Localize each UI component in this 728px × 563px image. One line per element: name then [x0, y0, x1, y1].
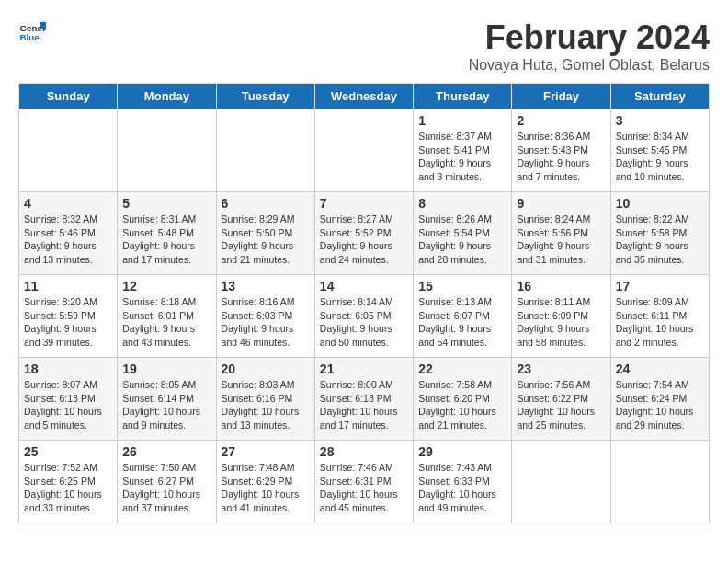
day-number: 16 [517, 279, 605, 293]
day-number: 11 [24, 279, 112, 293]
table-row: 27Sunrise: 7:48 AM Sunset: 6:29 PM Dayli… [216, 441, 314, 523]
day-info: Sunrise: 7:54 AM Sunset: 6:24 PM Dayligh… [616, 378, 704, 432]
svg-text:Blue: Blue [20, 32, 40, 42]
day-number: 14 [320, 279, 408, 293]
day-info: Sunrise: 8:05 AM Sunset: 6:14 PM Dayligh… [122, 378, 210, 432]
table-row: 16Sunrise: 8:11 AM Sunset: 6:09 PM Dayli… [512, 275, 610, 358]
day-info: Sunrise: 8:14 AM Sunset: 6:05 PM Dayligh… [320, 295, 408, 350]
table-row: 14Sunrise: 8:14 AM Sunset: 6:05 PM Dayli… [314, 275, 413, 358]
day-info: Sunrise: 8:26 AM Sunset: 5:54 PM Dayligh… [418, 213, 506, 267]
table-row: 22Sunrise: 7:58 AM Sunset: 6:20 PM Dayli… [414, 358, 512, 441]
day-number: 13 [222, 279, 310, 293]
day-info: Sunrise: 8:36 AM Sunset: 5:43 PM Dayligh… [517, 130, 605, 184]
table-row: 29Sunrise: 7:43 AM Sunset: 6:33 PM Dayli… [414, 441, 512, 523]
calendar-row: 1Sunrise: 8:37 AM Sunset: 5:41 PM Daylig… [19, 109, 710, 192]
day-info: Sunrise: 7:52 AM Sunset: 6:25 PM Dayligh… [24, 461, 112, 515]
header-tuesday: Tuesday [216, 84, 314, 109]
table-row: 21Sunrise: 8:00 AM Sunset: 6:18 PM Dayli… [314, 358, 413, 441]
day-number: 27 [222, 444, 310, 459]
subtitle: Novaya Huta, Gomel Oblast, Belarus [469, 57, 710, 74]
logo: General Blue [18, 18, 46, 46]
calendar-row: 11Sunrise: 8:20 AM Sunset: 5:59 PM Dayli… [19, 275, 710, 358]
table-row: 8Sunrise: 8:26 AM Sunset: 5:54 PM Daylig… [414, 192, 512, 275]
day-number: 29 [418, 444, 506, 459]
table-row [512, 441, 610, 523]
calendar-table: Sunday Monday Tuesday Wednesday Thursday… [18, 83, 710, 523]
day-info: Sunrise: 8:03 AM Sunset: 6:16 PM Dayligh… [222, 378, 310, 432]
day-number: 8 [418, 196, 506, 211]
day-number: 28 [320, 444, 408, 459]
table-row: 20Sunrise: 8:03 AM Sunset: 6:16 PM Dayli… [216, 358, 314, 441]
table-row [610, 441, 709, 523]
day-number: 25 [24, 444, 112, 459]
table-row: 7Sunrise: 8:27 AM Sunset: 5:52 PM Daylig… [314, 192, 413, 275]
table-row: 19Sunrise: 8:05 AM Sunset: 6:14 PM Dayli… [118, 358, 216, 441]
day-info: Sunrise: 8:13 AM Sunset: 6:07 PM Dayligh… [418, 295, 506, 350]
day-info: Sunrise: 7:43 AM Sunset: 6:33 PM Dayligh… [418, 461, 506, 515]
day-info: Sunrise: 8:00 AM Sunset: 6:18 PM Dayligh… [320, 378, 408, 432]
table-row [19, 109, 118, 192]
day-number: 4 [24, 196, 112, 211]
main-title: February 2024 [469, 18, 710, 57]
day-info: Sunrise: 8:27 AM Sunset: 5:52 PM Dayligh… [320, 213, 408, 267]
table-row: 10Sunrise: 8:22 AM Sunset: 5:58 PM Dayli… [610, 192, 709, 275]
day-info: Sunrise: 8:31 AM Sunset: 5:48 PM Dayligh… [122, 213, 210, 267]
table-row: 9Sunrise: 8:24 AM Sunset: 5:56 PM Daylig… [512, 192, 610, 275]
day-info: Sunrise: 8:22 AM Sunset: 5:58 PM Dayligh… [616, 213, 704, 267]
day-info: Sunrise: 8:32 AM Sunset: 5:46 PM Dayligh… [24, 213, 112, 267]
table-row: 13Sunrise: 8:16 AM Sunset: 6:03 PM Dayli… [216, 275, 314, 358]
calendar-body: 1Sunrise: 8:37 AM Sunset: 5:41 PM Daylig… [19, 109, 710, 523]
day-number: 17 [616, 279, 704, 293]
day-info: Sunrise: 8:37 AM Sunset: 5:41 PM Dayligh… [418, 130, 506, 184]
day-number: 21 [320, 362, 408, 376]
day-info: Sunrise: 8:18 AM Sunset: 6:01 PM Dayligh… [122, 295, 210, 350]
table-row: 17Sunrise: 8:09 AM Sunset: 6:11 PM Dayli… [610, 275, 709, 358]
day-info: Sunrise: 7:48 AM Sunset: 6:29 PM Dayligh… [222, 461, 310, 515]
table-row: 15Sunrise: 8:13 AM Sunset: 6:07 PM Dayli… [414, 275, 512, 358]
day-number: 9 [517, 196, 605, 211]
day-info: Sunrise: 8:29 AM Sunset: 5:50 PM Dayligh… [222, 213, 310, 267]
day-number: 3 [616, 113, 704, 128]
day-info: Sunrise: 7:46 AM Sunset: 6:31 PM Dayligh… [320, 461, 408, 515]
table-row [314, 109, 413, 192]
day-number: 24 [616, 362, 704, 376]
calendar-row: 18Sunrise: 8:07 AM Sunset: 6:13 PM Dayli… [19, 358, 710, 441]
day-number: 22 [418, 362, 506, 376]
calendar-header: Sunday Monday Tuesday Wednesday Thursday… [19, 84, 710, 109]
day-info: Sunrise: 8:09 AM Sunset: 6:11 PM Dayligh… [616, 295, 704, 350]
page-header: General Blue February 2024 Novaya Huta, … [18, 18, 710, 74]
day-info: Sunrise: 8:16 AM Sunset: 6:03 PM Dayligh… [222, 295, 310, 350]
table-row: 1Sunrise: 8:37 AM Sunset: 5:41 PM Daylig… [414, 109, 512, 192]
day-info: Sunrise: 8:11 AM Sunset: 6:09 PM Dayligh… [517, 295, 605, 350]
day-number: 23 [517, 362, 605, 376]
table-row: 12Sunrise: 8:18 AM Sunset: 6:01 PM Dayli… [118, 275, 216, 358]
day-info: Sunrise: 8:07 AM Sunset: 6:13 PM Dayligh… [24, 378, 112, 432]
day-info: Sunrise: 7:56 AM Sunset: 6:22 PM Dayligh… [517, 378, 605, 432]
table-row: 11Sunrise: 8:20 AM Sunset: 5:59 PM Dayli… [19, 275, 118, 358]
table-row: 4Sunrise: 8:32 AM Sunset: 5:46 PM Daylig… [19, 192, 118, 275]
table-row: 26Sunrise: 7:50 AM Sunset: 6:27 PM Dayli… [118, 441, 216, 523]
header-saturday: Saturday [610, 84, 709, 109]
day-info: Sunrise: 7:58 AM Sunset: 6:20 PM Dayligh… [418, 378, 506, 432]
day-number: 5 [122, 196, 210, 211]
table-row: 23Sunrise: 7:56 AM Sunset: 6:22 PM Dayli… [512, 358, 610, 441]
day-number: 18 [24, 362, 112, 376]
header-row: Sunday Monday Tuesday Wednesday Thursday… [19, 84, 710, 109]
table-row [216, 109, 314, 192]
header-friday: Friday [512, 84, 610, 109]
logo-icon: General Blue [18, 18, 46, 46]
table-row: 25Sunrise: 7:52 AM Sunset: 6:25 PM Dayli… [19, 441, 118, 523]
day-info: Sunrise: 8:20 AM Sunset: 5:59 PM Dayligh… [24, 295, 112, 350]
header-sunday: Sunday [19, 84, 118, 109]
day-number: 10 [616, 196, 704, 211]
title-section: February 2024 Novaya Huta, Gomel Oblast,… [469, 18, 710, 74]
day-number: 19 [122, 362, 210, 376]
day-number: 2 [517, 113, 605, 128]
day-info: Sunrise: 7:50 AM Sunset: 6:27 PM Dayligh… [122, 461, 210, 515]
calendar-row: 4Sunrise: 8:32 AM Sunset: 5:46 PM Daylig… [19, 192, 710, 275]
table-row: 5Sunrise: 8:31 AM Sunset: 5:48 PM Daylig… [118, 192, 216, 275]
day-number: 1 [418, 113, 506, 128]
table-row: 24Sunrise: 7:54 AM Sunset: 6:24 PM Dayli… [610, 358, 709, 441]
day-number: 20 [222, 362, 310, 376]
day-number: 12 [122, 279, 210, 293]
